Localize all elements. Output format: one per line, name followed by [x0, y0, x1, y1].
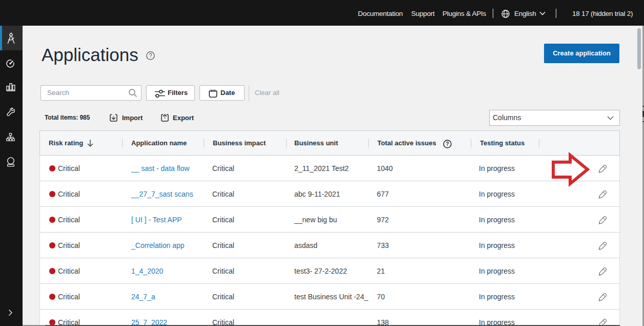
svg-text:?: ?: [149, 52, 152, 59]
svg-text:?: ?: [446, 141, 449, 147]
